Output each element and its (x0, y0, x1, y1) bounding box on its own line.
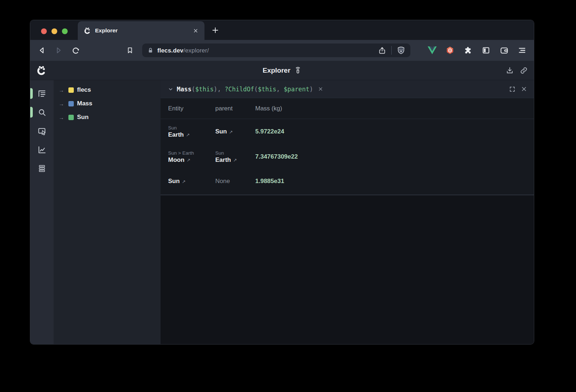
back-icon[interactable] (37, 45, 47, 55)
sidebar-item-commands[interactable] (30, 159, 54, 178)
entity-color-swatch (68, 87, 74, 93)
tree-item-sun[interactable]: → Sun (54, 110, 161, 124)
column-header-mass: Mass (kg) (255, 105, 526, 112)
query-header: Mass($this), ?ChildOf($this, $parent) (161, 80, 534, 98)
tab-explorer[interactable]: Explorer (78, 21, 204, 40)
browser-window: Explorer flecs.dev/explorer/ (30, 20, 534, 345)
traffic-lights (41, 28, 68, 34)
entity-link[interactable]: Sun↗ (168, 178, 215, 185)
expand-arrow-icon[interactable]: → (59, 101, 65, 107)
entity-color-swatch (68, 115, 74, 120)
column-header-entity: Entity (168, 105, 215, 112)
clear-query-icon[interactable] (318, 86, 324, 92)
sidebar-item-search[interactable] (30, 103, 54, 122)
entity-link[interactable]: Earth↗ (168, 131, 215, 138)
table-row: Sun > Earth Moon↗ Sun Earth↗ 7.34767309e… (161, 144, 534, 169)
search-icon (37, 108, 47, 117)
entity-path: Sun > Earth (168, 150, 215, 156)
entity-path: Sun (168, 125, 215, 131)
sidebar-toggle-icon[interactable] (481, 46, 491, 55)
mass-value: 5.9722e24 (255, 128, 284, 135)
goto-arrow-icon: ↗ (229, 129, 233, 135)
entity-link[interactable]: Moon↗ (168, 156, 215, 164)
parent-path: Sun (215, 150, 255, 156)
results-table-header: Entity parent Mass (kg) (161, 98, 534, 119)
inspect-icon (37, 126, 47, 136)
fullscreen-icon[interactable] (509, 86, 516, 93)
goto-arrow-icon: ↗ (186, 157, 190, 163)
mass-value: 7.34767309e22 (255, 153, 298, 160)
tree-item-mass[interactable]: → Mass (54, 97, 161, 110)
tree-item-label[interactable]: flecs (77, 86, 91, 94)
minimize-window-button[interactable] (51, 28, 57, 34)
parent-link[interactable]: Earth↗ (215, 156, 255, 164)
url-bar[interactable]: flecs.dev/explorer/ (142, 44, 410, 57)
query-results-area: Mass($this), ?ChildOf($this, $parent) (161, 80, 534, 345)
url-domain: flecs.dev (157, 47, 183, 54)
download-icon[interactable] (505, 66, 514, 75)
query-expression[interactable]: Mass($this), ?ChildOf($this, $parent) (177, 86, 313, 93)
entity-color-swatch (68, 101, 74, 106)
entity-tree-panel: → flecs → Mass → Sun (54, 80, 161, 345)
flecs-logo[interactable] (36, 65, 47, 76)
urlbar-divider (391, 46, 392, 55)
forward-icon[interactable] (54, 45, 64, 55)
chevron-down-icon[interactable] (167, 86, 174, 93)
goto-arrow-icon: ↗ (233, 157, 237, 163)
remote-connection-icon[interactable] (294, 67, 302, 74)
new-tab-button[interactable] (211, 26, 220, 35)
bookmark-icon[interactable] (125, 45, 135, 55)
tab-title: Explorer (95, 27, 189, 34)
lock-icon (147, 47, 154, 54)
icon-sidebar (30, 80, 54, 345)
stats-icon (37, 145, 47, 155)
wallet-icon[interactable] (499, 46, 509, 55)
goto-arrow-icon: ↗ (186, 132, 189, 137)
active-pill-search (30, 107, 33, 118)
share-icon[interactable] (378, 46, 386, 55)
url-path: /explorer/ (183, 47, 209, 54)
mass-value: 1.9885e31 (255, 178, 284, 184)
maximize-window-button[interactable] (62, 28, 68, 34)
vue-devtools-icon[interactable] (427, 46, 437, 55)
table-row: Sun Earth↗ Sun↗ 5.9722e24 (161, 119, 534, 144)
page-title: Explorer (262, 67, 290, 74)
explorer-content: → flecs → Mass → Sun (30, 80, 534, 345)
url-text: flecs.dev/explorer/ (157, 47, 209, 54)
expand-arrow-icon[interactable]: → (59, 87, 65, 93)
tree-item-label[interactable]: Sun (77, 114, 89, 121)
explorer-header: Explorer (30, 61, 534, 80)
reload-icon[interactable] (71, 45, 81, 55)
sidebar-item-inspect[interactable] (30, 122, 54, 140)
commands-icon (37, 164, 47, 173)
extension-icons (427, 46, 534, 55)
parent-link[interactable]: Sun↗ (215, 128, 255, 135)
query-panel: Mass($this), ?ChildOf($this, $parent) (161, 80, 534, 195)
table-row: Sun↗ None 1.9885e31 (161, 169, 534, 193)
tree-item-label[interactable]: Mass (77, 100, 93, 107)
parent-none: None (215, 178, 230, 184)
sidebar-item-tree[interactable] (30, 84, 54, 103)
column-header-parent: parent (215, 105, 255, 112)
tab-bar: Explorer (30, 20, 534, 40)
sidebar-item-stats[interactable] (30, 140, 54, 159)
close-panel-icon[interactable] (521, 86, 527, 92)
tree-item-flecs[interactable]: → flecs (54, 83, 161, 97)
flecs-favicon (84, 27, 91, 35)
brave-shield-icon[interactable] (397, 46, 405, 55)
menu-icon[interactable] (517, 46, 527, 55)
active-pill-tree (30, 88, 33, 99)
tree-icon (37, 89, 47, 99)
goto-arrow-icon: ↗ (182, 179, 185, 184)
browser-toolbar: flecs.dev/explorer/ (30, 40, 534, 61)
expand-arrow-icon[interactable]: → (59, 114, 65, 120)
close-window-button[interactable] (41, 28, 47, 34)
link-icon[interactable] (519, 66, 528, 75)
hexagon-extension-icon[interactable] (445, 46, 455, 55)
extensions-puzzle-icon[interactable] (463, 46, 473, 55)
tab-close-icon[interactable] (193, 28, 199, 34)
